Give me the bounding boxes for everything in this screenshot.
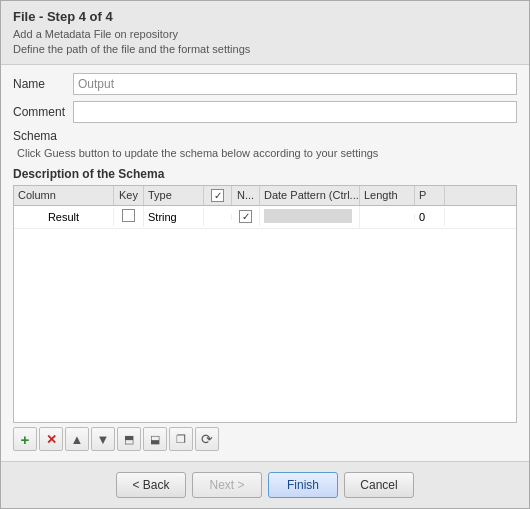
col-header-type: Type	[144, 186, 204, 205]
back-button[interactable]: < Back	[116, 472, 186, 498]
dialog-body: Name Comment Schema Click Guess button t…	[1, 65, 529, 461]
dialog-subtitle-line2: Define the path of the file and the form…	[13, 42, 517, 57]
cancel-button[interactable]: Cancel	[344, 472, 414, 498]
paste-button[interactable]: ⬓	[143, 427, 167, 451]
cell-type: String	[144, 208, 204, 226]
dialog-header: File - Step 4 of 4 Add a Metadata File o…	[1, 1, 529, 65]
comment-label: Comment	[13, 105, 73, 119]
cell-n	[232, 207, 260, 226]
col-header-column: Column	[14, 186, 114, 205]
cell-key	[114, 206, 144, 227]
col-header-length: Length	[360, 186, 415, 205]
guess-button[interactable]: ⟳	[195, 427, 219, 451]
name-field-row: Name	[13, 73, 517, 95]
add-button[interactable]: +	[13, 427, 37, 451]
schema-label: Schema	[13, 129, 517, 143]
copy-button[interactable]: ⬒	[117, 427, 141, 451]
schema-description-label: Description of the Schema	[13, 167, 517, 181]
col-header-nullable	[204, 186, 232, 205]
move-up-button[interactable]: ▲	[65, 427, 89, 451]
dialog-footer: < Back Next > Finish Cancel	[1, 461, 529, 508]
duplicate-button[interactable]: ❐	[169, 427, 193, 451]
finish-button[interactable]: Finish	[268, 472, 338, 498]
dialog-subtitle-line1: Add a Metadata File on repository	[13, 27, 517, 42]
col-header-key: Key	[114, 186, 144, 205]
schema-hint: Click Guess button to update the schema …	[17, 147, 517, 159]
table-row[interactable]: Result String 0	[14, 206, 516, 229]
schema-table: Column Key Type N... Date Pattern (Ctrl.…	[13, 185, 517, 423]
date-pattern-display	[264, 209, 352, 223]
comment-field-row: Comment	[13, 101, 517, 123]
col-header-n: N...	[232, 186, 260, 205]
cell-column: Result	[14, 208, 114, 226]
cell-length	[360, 214, 415, 220]
name-input[interactable]	[73, 73, 517, 95]
key-checkbox[interactable]	[122, 209, 135, 222]
cell-p: 0	[415, 208, 445, 226]
comment-input[interactable]	[73, 101, 517, 123]
table-body: Result String 0	[14, 206, 516, 422]
remove-button[interactable]: ✕	[39, 427, 63, 451]
dialog: File - Step 4 of 4 Add a Metadata File o…	[0, 0, 530, 509]
name-label: Name	[13, 77, 73, 91]
next-button[interactable]: Next >	[192, 472, 262, 498]
cell-date	[260, 206, 360, 228]
cell-nullable	[204, 214, 232, 220]
col-header-date: Date Pattern (Ctrl...	[260, 186, 360, 205]
table-header: Column Key Type N... Date Pattern (Ctrl.…	[14, 186, 516, 206]
dialog-title: File - Step 4 of 4	[13, 9, 517, 24]
nullable-header-checkbox	[211, 189, 224, 202]
n-checkbox[interactable]	[239, 210, 252, 223]
col-header-p: P	[415, 186, 445, 205]
schema-toolbar: + ✕ ▲ ▼ ⬒ ⬓ ❐ ⟳	[13, 423, 517, 453]
move-down-button[interactable]: ▼	[91, 427, 115, 451]
